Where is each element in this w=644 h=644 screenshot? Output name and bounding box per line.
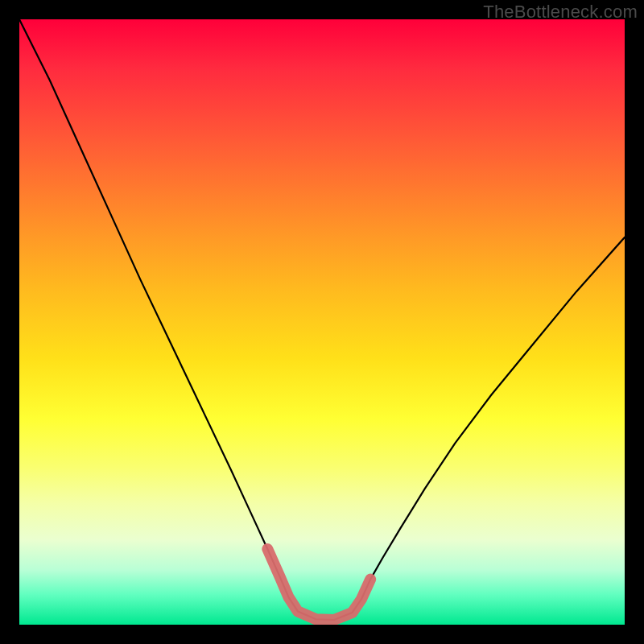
chart-frame: TheBottleneck.com	[0, 0, 644, 644]
chart-svg	[19, 19, 625, 625]
curve-line	[19, 19, 625, 620]
watermark: TheBottleneck.com	[483, 2, 638, 23]
highlight-band	[267, 549, 370, 620]
plot-area	[19, 19, 625, 625]
